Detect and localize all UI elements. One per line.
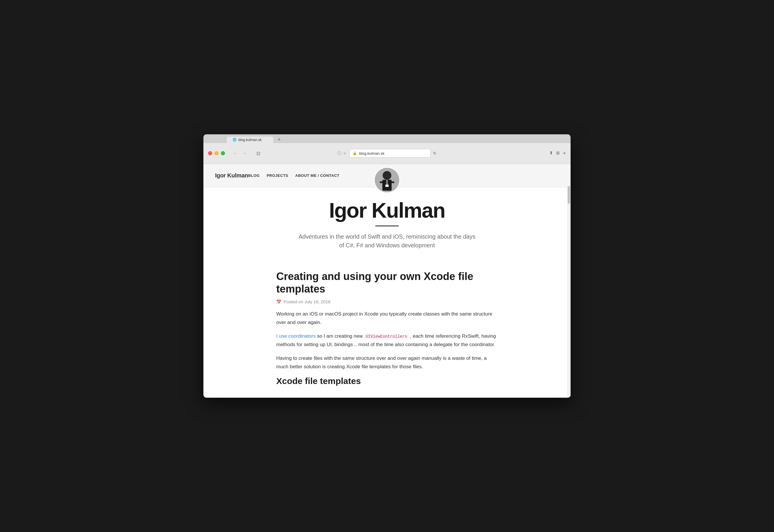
nav-blog[interactable]: BLOG bbox=[248, 173, 260, 178]
coordinators-link[interactable]: I use coordinators bbox=[276, 333, 316, 339]
back-button[interactable]: ‹ bbox=[231, 150, 239, 156]
hero-title: Igor Kulman bbox=[209, 199, 565, 222]
svg-point-2 bbox=[383, 171, 391, 180]
browser-tab[interactable]: 🌐 blog.kulman.sk bbox=[227, 137, 273, 143]
share-icon[interactable]: ⬆ bbox=[549, 150, 553, 156]
nav-buttons: ‹ › bbox=[231, 150, 249, 156]
svg-rect-6 bbox=[380, 181, 384, 183]
tab-overview-icon: ⊡ bbox=[256, 151, 260, 156]
site-nav: BLOG PROJECTS ABOUT ME / CONTACT bbox=[248, 173, 339, 178]
scrollbar-thumb[interactable] bbox=[568, 186, 570, 204]
maximize-button[interactable] bbox=[221, 151, 225, 155]
section-heading: Xcode file templates bbox=[276, 376, 498, 386]
browser-tab-area: 🌐 blog.kulman.sk + bbox=[203, 134, 571, 143]
post-meta: 📅 Posted on July 18, 2018 bbox=[276, 299, 498, 304]
nav-about[interactable]: ABOUT ME / CONTACT bbox=[295, 173, 339, 178]
post-paragraph-2: I use coordinators so I am creating new … bbox=[276, 332, 498, 349]
post-paragraph-1: Working on an iOS or macOS project in Xc… bbox=[276, 310, 498, 327]
calendar-icon: 📅 bbox=[276, 300, 281, 304]
blog-content: Creating and using your own Xcode file t… bbox=[241, 258, 533, 398]
para2-text1: so I am creating new bbox=[317, 333, 364, 339]
info-icon[interactable]: ⓘ bbox=[337, 151, 341, 156]
nav-projects[interactable]: PROJECTS bbox=[267, 173, 288, 178]
site-header: Igor Kulman bbox=[203, 164, 571, 187]
url-text: blog.kulman.sk bbox=[359, 151, 385, 156]
scrollbar[interactable] bbox=[567, 185, 571, 398]
site-logo[interactable]: Igor Kulman bbox=[215, 172, 248, 179]
tab-favicon: 🌐 bbox=[233, 138, 237, 142]
page-content: Igor Kulman bbox=[203, 164, 571, 398]
minimize-button[interactable] bbox=[214, 151, 219, 155]
avatar-image bbox=[375, 168, 399, 192]
browser-chrome: ‹ › ⊡ ⓘ ≡ 🔒 blog.kulman.sk ↻ ⬆ ⊞ + bbox=[203, 143, 571, 164]
forward-button[interactable]: › bbox=[241, 150, 249, 156]
tab-title: blog.kulman.sk bbox=[238, 138, 262, 142]
svg-rect-7 bbox=[390, 181, 394, 183]
post-paragraph-3: Having to create files with the same str… bbox=[276, 354, 498, 371]
close-button[interactable] bbox=[208, 151, 212, 155]
address-bar-container: ⓘ ≡ 🔒 blog.kulman.sk ↻ bbox=[337, 149, 437, 158]
svg-rect-5 bbox=[385, 184, 388, 186]
lock-icon: 🔒 bbox=[353, 151, 357, 155]
header-avatar-container bbox=[374, 167, 400, 193]
post-body: Working on an iOS or macOS project in Xc… bbox=[276, 310, 498, 371]
hero-subtitle: Adventures in the world of Swift and iOS… bbox=[297, 232, 477, 250]
tab-overview-button[interactable]: ⊡ bbox=[254, 150, 263, 156]
header-avatar bbox=[374, 167, 400, 193]
add-tab-icon[interactable]: + bbox=[563, 150, 566, 156]
post-date: Posted on July 18, 2018 bbox=[284, 299, 330, 304]
forward-icon: › bbox=[244, 151, 246, 156]
post-title: Creating and using your own Xcode file t… bbox=[276, 270, 498, 295]
hero-divider bbox=[375, 226, 399, 226]
browser-window: 🌐 blog.kulman.sk + ‹ › ⊡ ⓘ ≡ 🔒 bbox=[203, 134, 571, 398]
sidebar-icon[interactable]: ⊞ bbox=[556, 150, 560, 156]
browser-actions: ⬆ ⊞ + bbox=[549, 150, 566, 156]
uiviewcontrollers-code: UIViewControllers bbox=[364, 334, 409, 339]
new-tab-button[interactable]: + bbox=[275, 137, 283, 143]
reader-icon[interactable]: ≡ bbox=[344, 151, 346, 156]
traffic-lights bbox=[208, 151, 225, 155]
reload-button[interactable]: ↻ bbox=[433, 151, 437, 156]
address-bar[interactable]: 🔒 blog.kulman.sk bbox=[349, 149, 431, 158]
hero-section: Igor Kulman Adventures in the world of S… bbox=[203, 187, 571, 258]
back-icon: ‹ bbox=[234, 151, 236, 156]
